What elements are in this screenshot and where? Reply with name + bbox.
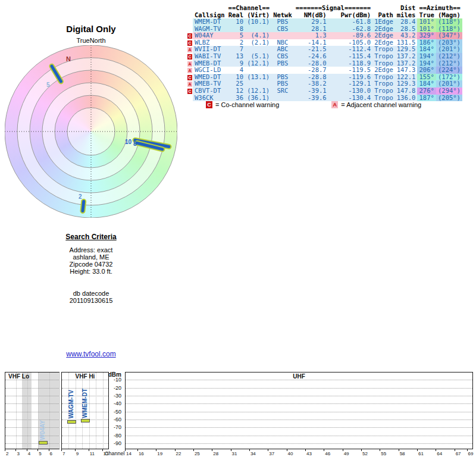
co-channel-warning-icon: C <box>187 33 192 39</box>
search-criteria-line: Address: exact <box>5 246 177 253</box>
cell-true_az: 194° <box>417 53 436 60</box>
channel-tick-label: 49 <box>344 451 349 456</box>
channel-tick-label: 52 <box>362 451 368 456</box>
signal-level-marker <box>81 419 90 422</box>
dbm-gridline <box>126 403 472 404</box>
dbm-tick-label: -50 <box>102 409 121 415</box>
warning-cell: A <box>187 80 193 87</box>
channel-tick-label: 6 <box>50 451 52 456</box>
dbm-gridline <box>5 380 59 380</box>
dbm-tick-label: -10 <box>102 377 121 383</box>
cell-virt: (13.1) <box>245 74 271 81</box>
channel-tick <box>249 449 250 451</box>
channel-tick <box>37 449 38 451</box>
search-criteria-line: ashland, ME <box>5 253 177 261</box>
station-marker <box>83 202 84 211</box>
cell-virt: (2.1) <box>245 39 271 46</box>
cell-miles: 136.0 <box>395 95 418 102</box>
azimuth-polar-chart: N10852 <box>5 45 177 218</box>
co-channel-warning-icon: C <box>187 40 192 46</box>
channel-tick-label: 7 <box>62 451 65 456</box>
cell-netwk <box>271 95 294 102</box>
signal-level-marker <box>67 420 76 424</box>
channel-tick <box>212 449 212 451</box>
dbm-gridline <box>5 396 59 396</box>
search-criteria-line: Height: 33.0 ft. <box>5 268 177 275</box>
dbm-tick-label: -20 <box>102 385 121 391</box>
search-criteria-line: Zipcode 04732 <box>5 261 177 268</box>
cell-pwr_dbm: -115.4 <box>328 53 373 60</box>
channel-tick <box>102 449 103 451</box>
legend-item: C= Co-channel warning <box>206 101 279 108</box>
dbm-tick-label: -40 <box>102 400 121 406</box>
cell-miles: 147.3 <box>395 67 418 74</box>
search-criteria-line: 201109130615 <box>5 297 177 304</box>
channel-tick-label: 69 <box>468 451 474 456</box>
cell-miles: 147.8 <box>395 87 418 95</box>
cell-pwr_dbm: -130.4 <box>328 95 373 102</box>
cell-callsign: W36CK <box>193 95 227 102</box>
channel-tick <box>455 449 455 451</box>
co-channel-warning-icon: C <box>187 75 192 80</box>
dbm-gridline <box>5 420 59 420</box>
true-north-label: TrueNorth <box>5 37 177 44</box>
warning-cell <box>187 18 193 26</box>
channel-tick <box>27 449 27 451</box>
channel-tick <box>231 449 231 451</box>
dbm-gridline <box>126 443 472 444</box>
cell-virt <box>245 67 271 74</box>
cell-nm_db: -24.6 <box>294 53 328 60</box>
table-row: WMEM-DT10(10.1)PBS29.1-61.81Edge28.4101°… <box>187 18 462 26</box>
channel-tick <box>15 449 16 451</box>
cell-nm_db: 29.1 <box>294 18 328 26</box>
co-channel-warning-icon: C <box>187 54 192 60</box>
cell-magn_az: (205°) <box>436 95 462 102</box>
channel-tick-label: 55 <box>381 451 386 456</box>
cell-pwr_dbm: -119.5 <box>328 67 373 74</box>
channel-tick-label: 34 <box>250 451 256 456</box>
dbm-gridline <box>5 412 59 412</box>
channel-tick-label: 2 <box>6 451 8 456</box>
cell-true_az: 101° <box>417 18 436 26</box>
cell-path: 1Edge <box>372 18 395 26</box>
cell-nm_db: -39.6 <box>294 95 328 102</box>
warning-cell <box>187 95 193 102</box>
channel-tick-label: 58 <box>400 451 405 456</box>
channel-tick <box>305 449 306 451</box>
adjacent-channel-warning-icon: A <box>331 101 338 108</box>
channel-tick <box>5 449 5 451</box>
station-channel-label: 5 <box>46 82 50 88</box>
cell-true_az: 276° <box>417 87 436 95</box>
station-callsign-label: WMEM-DT <box>82 389 88 418</box>
warning-cell: A <box>187 46 193 53</box>
channel-tick <box>343 449 343 451</box>
dbm-tick-label: -30 <box>102 393 121 399</box>
warning-cell: C <box>187 74 193 81</box>
adjacent-channel-warning-icon: A <box>187 82 192 87</box>
channel-group-header: ==Channel== <box>227 5 272 12</box>
dbm-tick-label: -70 <box>102 424 121 430</box>
channel-tick <box>61 449 62 451</box>
cell-path: Tropo <box>372 95 395 102</box>
legend-item: A= Adjacent channel warning <box>331 101 421 108</box>
cell-pwr_dbm: -61.8 <box>328 18 373 26</box>
radar-overlay: N10852 <box>5 45 177 218</box>
band-label: VHF Hi <box>61 373 109 380</box>
adjacent-channel-warning-icon: A <box>187 47 192 52</box>
cell-real: 36 <box>227 95 245 102</box>
table-row: W36CK36(36.1)-39.6-130.4Tropo136.0187°(2… <box>187 95 462 102</box>
dbm-gridline <box>126 420 472 420</box>
cell-netwk <box>271 67 294 74</box>
channel-gridline <box>96 373 96 449</box>
warning-legend: C= Co-channel warningA= Adjacent channel… <box>206 101 421 108</box>
cell-virt: (36.1) <box>245 95 271 102</box>
tvfool-link[interactable]: www.tvfool.com <box>5 350 177 358</box>
cell-magn_az: (212°) <box>436 53 462 60</box>
legend-text: = Co-channel warning <box>215 101 279 108</box>
cell-true_az: 187° <box>417 95 436 102</box>
table-header-cell <box>187 12 193 19</box>
table-header-cell <box>187 5 227 12</box>
cell-netwk: CBS <box>271 26 294 33</box>
station-channel-label: 10 <box>125 139 132 145</box>
cell-netwk: CBS <box>271 53 294 60</box>
